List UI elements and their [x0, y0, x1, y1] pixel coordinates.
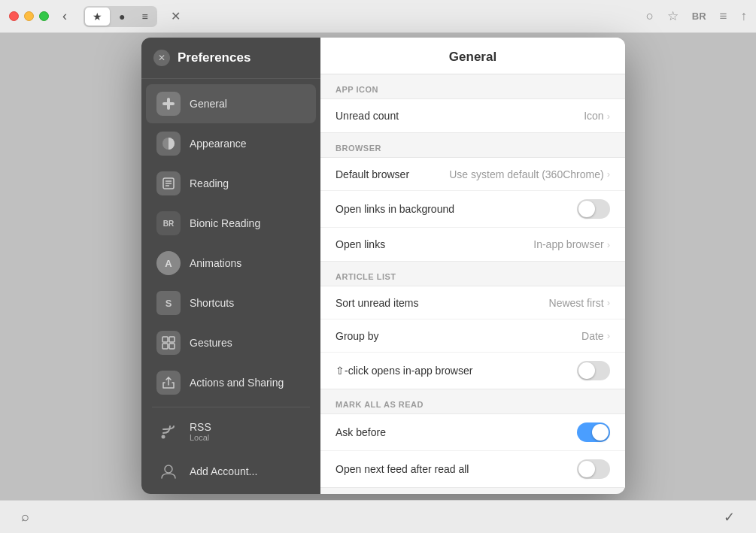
mark-all-read-rows: Ask before Open next feed after read all — [320, 413, 625, 488]
title-bar-right-icons: ○ ☆ BR ≡ ↑ — [646, 8, 747, 24]
appearance-icon — [156, 132, 181, 156]
article-list-rows: Sort unread items Newest first › Group b… — [320, 286, 625, 389]
share-icon[interactable]: ↑ — [741, 9, 748, 24]
rss-icon — [156, 419, 181, 444]
br-icon[interactable]: BR — [692, 11, 706, 22]
gestures-icon — [156, 331, 181, 355]
sidebar-title: Preferences — [178, 50, 250, 65]
sidebar-item-animations[interactable]: A Animations — [146, 244, 316, 283]
shortcuts-icon: S — [156, 291, 181, 315]
svg-rect-10 — [169, 344, 175, 349]
group-by-label: Group by — [335, 330, 581, 342]
sidebar-item-reading[interactable]: Reading — [146, 164, 316, 203]
open-next-feed-label: Open next feed after read all — [335, 463, 577, 475]
gestures-label: Gestures — [190, 337, 232, 349]
right-panel: General APP ICON Unread count Icon › — [320, 38, 625, 494]
preferences-modal: ✕ Preferences General — [141, 38, 625, 494]
sidebar-divider — [152, 407, 310, 407]
article-list-header: ARTICLE LIST — [320, 262, 625, 286]
open-next-feed-toggle[interactable] — [577, 459, 610, 479]
group-by-value[interactable]: Date › — [581, 330, 610, 342]
svg-rect-9 — [162, 344, 168, 349]
ask-before-row: Ask before — [320, 414, 625, 451]
open-links-bg-toggle[interactable] — [577, 199, 610, 219]
open-links-label: Open links — [335, 238, 533, 250]
close-traffic-light[interactable] — [9, 11, 19, 21]
svg-point-11 — [162, 435, 165, 439]
sidebar-item-appearance[interactable]: Appearance — [146, 124, 316, 163]
browser-rows: Default browser Use system default (360C… — [320, 157, 625, 262]
sort-unread-label: Sort unread items — [335, 297, 549, 309]
sort-unread-row[interactable]: Sort unread items Newest first › — [320, 286, 625, 319]
ask-before-label: Ask before — [335, 426, 577, 438]
group-by-row[interactable]: Group by Date › — [320, 319, 625, 353]
shortcuts-label: Shortcuts — [190, 297, 234, 309]
app-icon-rows: Unread count Icon › — [320, 98, 625, 133]
shift-click-label: ⇧-click opens in-app browser — [335, 365, 577, 377]
search-icon[interactable]: ○ — [646, 9, 654, 24]
sidebar-item-general[interactable]: General — [146, 84, 316, 123]
rss-label: RSS — [190, 421, 211, 433]
sidebar: ✕ Preferences General — [141, 38, 320, 494]
panel-title: General — [335, 50, 610, 65]
shift-click-toggle[interactable] — [577, 361, 610, 380]
sidebar-close-button[interactable]: ✕ — [153, 50, 170, 66]
main-content: ✕ Preferences General — [0, 33, 756, 533]
search-toolbar-button[interactable]: ⌕ — [15, 506, 35, 528]
reading-icon — [156, 171, 181, 195]
bionic-icon: BR — [156, 211, 181, 235]
svg-rect-1 — [167, 98, 170, 110]
open-links-row[interactable]: Open links In-app browser › — [320, 228, 625, 261]
minimize-traffic-light[interactable] — [24, 11, 34, 21]
rss-sublabel: Local — [190, 433, 211, 442]
sidebar-item-bionic[interactable]: BR Bionic Reading — [146, 204, 316, 243]
default-browser-label: Default browser — [335, 168, 449, 180]
shift-click-row: ⇧-click opens in-app browser — [320, 353, 625, 389]
animations-icon: A — [156, 251, 181, 275]
window-close-button[interactable]: ✕ — [166, 7, 186, 26]
open-links-bg-label: Open links in background — [335, 203, 577, 215]
sidebar-items: General Appearance — [141, 79, 320, 494]
unread-count-row[interactable]: Unread count Icon › — [320, 99, 625, 132]
default-browser-row[interactable]: Default browser Use system default (360C… — [320, 158, 625, 191]
section-mark-all-read: MARK ALL AS READ Ask before Open next fe… — [320, 389, 625, 488]
animations-label: Animations — [190, 257, 241, 269]
general-icon — [156, 92, 181, 116]
menu-icon[interactable]: ≡ — [720, 9, 727, 24]
maximize-traffic-light[interactable] — [39, 11, 49, 21]
sort-unread-value[interactable]: Newest first › — [549, 297, 610, 309]
app-icon-header: APP ICON — [320, 74, 625, 98]
back-button[interactable]: ‹ — [58, 7, 71, 26]
default-browser-value[interactable]: Use system default (360Chrome) › — [449, 168, 610, 180]
tab-circle[interactable]: ● — [111, 8, 132, 26]
group-by-chevron: › — [607, 330, 610, 341]
sidebar-item-shortcuts[interactable]: S Shortcuts — [146, 283, 316, 323]
sidebar-item-rss[interactable]: RSS Local — [146, 412, 316, 451]
panel-header: General — [320, 38, 625, 74]
actions-label: Actions and Sharing — [190, 377, 284, 389]
tab-list[interactable]: ≡ — [134, 8, 155, 26]
check-toolbar-button[interactable]: ✓ — [718, 506, 741, 528]
bookmark-icon[interactable]: ☆ — [667, 8, 679, 24]
open-next-feed-row: Open next feed after read all — [320, 451, 625, 487]
sidebar-item-add-account[interactable]: Add Account... — [146, 452, 316, 491]
add-account-icon — [156, 459, 181, 483]
rss-labels: RSS Local — [190, 421, 211, 442]
svg-rect-7 — [162, 337, 168, 342]
bottom-toolbar: ⌕ ✓ — [0, 500, 756, 533]
add-account-label: Add Account... — [190, 465, 257, 477]
unread-count-value[interactable]: Icon › — [584, 110, 610, 122]
open-links-bg-row: Open links in background — [320, 191, 625, 228]
open-links-value[interactable]: In-app browser › — [533, 238, 610, 250]
section-browser: BROWSER Default browser Use system defau… — [320, 133, 625, 262]
ask-before-toggle[interactable] — [577, 422, 610, 442]
reading-label: Reading — [190, 177, 229, 189]
appearance-label: Appearance — [190, 138, 247, 150]
sidebar-item-gestures[interactable]: Gestures — [146, 323, 316, 362]
sidebar-item-actions[interactable]: Actions and Sharing — [146, 363, 316, 402]
browser-header: BROWSER — [320, 133, 625, 157]
tab-starred[interactable]: ★ — [85, 8, 110, 26]
mark-all-read-header: MARK ALL AS READ — [320, 389, 625, 413]
actions-icon — [156, 371, 181, 395]
svg-rect-8 — [169, 337, 175, 342]
